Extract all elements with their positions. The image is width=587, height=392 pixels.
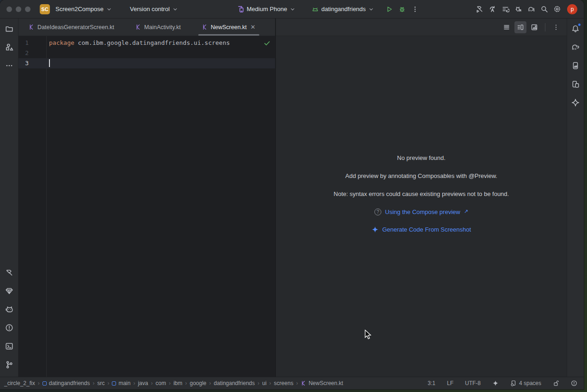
compose-preview-pane: No preview found. Add preview by annotat…	[276, 18, 567, 377]
debug-button[interactable]	[396, 3, 409, 16]
minimize-window-button[interactable]	[16, 6, 21, 12]
breadcrumb-separator: ›	[133, 380, 135, 386]
sparkle-icon	[372, 226, 379, 233]
code-view-button[interactable]	[501, 21, 513, 33]
breadcrumb-label: NewScreen.kt	[309, 380, 343, 386]
breadcrumb-separator: ›	[209, 380, 211, 386]
exclamation-circle-icon	[571, 380, 577, 386]
code-editor[interactable]: 1 package com.ibm.google.datingandfriend…	[18, 36, 275, 377]
tab-mainactivity[interactable]: MainActivity.kt	[130, 18, 186, 36]
breadcrumb-item[interactable]: com	[154, 380, 167, 387]
chevron-down-icon	[106, 6, 112, 12]
project-selector[interactable]: Screen2Compose	[52, 4, 116, 14]
compose-preview-help-link[interactable]: Using the Compose preview	[385, 208, 460, 215]
breadcrumb-item-file[interactable]: NewScreen.kt	[300, 380, 345, 387]
tab-newscreen[interactable]: NewScreen.kt ✕	[196, 18, 261, 36]
design-view-button[interactable]	[528, 21, 540, 33]
build-variants-button[interactable]	[499, 3, 512, 16]
profile-avatar[interactable]: p	[567, 4, 577, 14]
preview-more-options-button[interactable]	[550, 21, 562, 33]
line-number: 1	[18, 38, 46, 48]
breadcrumb-separator: ›	[185, 380, 187, 386]
breadcrumb-item[interactable]: datingandfriends	[213, 380, 257, 387]
run-configuration-selector[interactable]: datingandfriends	[308, 4, 378, 15]
search-icon	[540, 5, 548, 13]
breadcrumb-item[interactable]: main	[110, 380, 132, 387]
breadcrumb-item[interactable]: google	[188, 380, 208, 387]
app-quality-insights-button[interactable]	[3, 284, 16, 297]
preview-content: No preview found. Add preview by annotat…	[276, 36, 567, 377]
settings-button[interactable]	[550, 3, 563, 16]
run-button[interactable]	[383, 3, 396, 16]
project-tool-button[interactable]	[3, 22, 16, 35]
generate-code-from-screenshot-link[interactable]: Generate Code From Screenshot	[382, 226, 471, 233]
logcat-cat-icon	[5, 305, 13, 313]
build-run-tests-button[interactable]	[473, 3, 486, 16]
attach-debugger-button[interactable]	[512, 3, 525, 16]
breadcrumb-item[interactable]: ibm	[172, 380, 183, 387]
version-control-menu[interactable]: Version control	[126, 4, 182, 14]
line-number: 2	[18, 48, 46, 58]
ide-window: SC Screen2Compose Version control Medium…	[0, 0, 584, 389]
gem-icon	[5, 287, 13, 295]
design-view-icon	[531, 24, 538, 31]
breadcrumb-item[interactable]: src	[96, 380, 106, 387]
tab-dateideasgeneratorscreen[interactable]: DateIdeasGeneratorScreen.kt	[23, 18, 120, 36]
right-tool-window-bar	[567, 18, 584, 377]
gradle-sync-button[interactable]	[525, 3, 538, 16]
tab-label: DateIdeasGeneratorScreen.kt	[37, 24, 114, 31]
gradle-tool-button[interactable]	[569, 41, 582, 54]
search-everywhere-button[interactable]	[538, 3, 550, 16]
problems-tool-button[interactable]	[3, 321, 16, 334]
gemini-button[interactable]	[569, 96, 582, 109]
device-selector[interactable]: Medium Phone	[233, 4, 300, 15]
breadcrumb-label: com	[155, 380, 166, 386]
close-window-button[interactable]	[6, 6, 12, 12]
resource-manager-button[interactable]	[3, 41, 16, 54]
maximize-window-button[interactable]	[25, 6, 31, 12]
version-control-label: Version control	[130, 6, 170, 12]
readonly-toggle-widget[interactable]	[551, 380, 561, 387]
close-tab-icon[interactable]: ✕	[251, 24, 256, 31]
logcat-tool-button[interactable]	[3, 303, 16, 316]
inspections-widget[interactable]	[263, 40, 270, 47]
device-manager-button[interactable]	[569, 78, 582, 91]
device-manager-icon	[571, 80, 580, 88]
external-link-icon: ↗	[464, 208, 468, 214]
terminal-tool-button[interactable]	[3, 340, 16, 353]
more-run-options-button[interactable]	[409, 3, 422, 16]
encoding-widget[interactable]: UTF-8	[463, 380, 483, 387]
breadcrumb-item[interactable]: screens	[273, 380, 295, 387]
breadcrumb-separator: ›	[169, 380, 171, 386]
gemini-status-widget[interactable]	[490, 380, 501, 387]
error-highlight-widget[interactable]	[569, 380, 579, 387]
running-devices-button[interactable]	[569, 59, 582, 72]
build-tool-button[interactable]	[3, 266, 16, 279]
breadcrumb-label: google	[190, 380, 206, 386]
indent-widget[interactable]: 4 spaces	[508, 380, 543, 387]
split-view-button[interactable]	[514, 21, 526, 33]
no-preview-hint: Add preview by annotating Composables wi…	[276, 172, 567, 179]
rename-refactor-button[interactable]	[486, 3, 499, 16]
code-text: package com.ibm.google.datingandfriends.…	[46, 38, 230, 48]
editor-line-2: 2	[18, 48, 275, 58]
more-vertical-icon	[411, 6, 419, 13]
breadcrumb-item[interactable]: ui	[261, 380, 268, 387]
breadcrumb-item[interactable]: datingandfriends	[41, 380, 92, 387]
line-number: 3	[18, 58, 46, 68]
tab-label: MainActivity.kt	[144, 24, 181, 31]
cursor-position-widget[interactable]: 3:1	[426, 380, 437, 387]
split-view-icon	[517, 24, 524, 31]
shapes-icon	[5, 43, 13, 51]
breadcrumb-item[interactable]: _circle_2_fix	[3, 380, 37, 387]
more-vertical-icon	[552, 24, 560, 31]
more-tool-windows-button[interactable]	[3, 59, 16, 72]
version-control-tool-button[interactable]	[3, 358, 16, 371]
breadcrumb-item[interactable]: java	[136, 380, 149, 387]
indent-label: 4 spaces	[519, 380, 541, 386]
generate-code-row: Generate Code From Screenshot	[276, 226, 567, 233]
line-separator-widget[interactable]: LF	[445, 380, 455, 387]
notifications-button[interactable]	[569, 22, 582, 35]
help-circle-icon: ?	[374, 208, 381, 215]
device-gear-icon	[510, 380, 517, 386]
